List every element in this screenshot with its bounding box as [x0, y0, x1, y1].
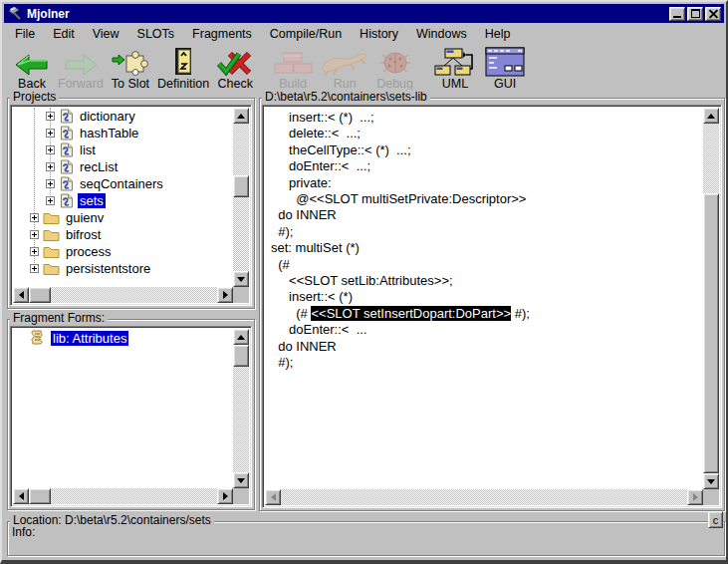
- gui-button[interactable]: GUI: [481, 45, 529, 91]
- scroll-right-button[interactable]: [217, 287, 233, 303]
- menu-edit[interactable]: Edit: [44, 25, 84, 43]
- fragment-forms-vertical-scrollbar[interactable]: [233, 329, 249, 488]
- fragment-forms-list[interactable]: lib: Attributes: [10, 326, 252, 507]
- tree-item-persistentstore[interactable]: persistentstore: [13, 260, 233, 277]
- scroll-right-button[interactable]: [687, 489, 703, 505]
- code-line[interactable]: do INNER: [271, 339, 703, 355]
- definition-button[interactable]: Definition: [153, 45, 213, 91]
- location-label: Location: D:\beta\r5.2\containers/sets: [10, 513, 214, 527]
- menu-help[interactable]: Help: [476, 25, 520, 43]
- scroll-up-button[interactable]: [703, 108, 719, 124]
- expand-icon[interactable]: [46, 162, 55, 171]
- tree-item-list[interactable]: list: [13, 141, 233, 158]
- uml-button[interactable]: UML: [429, 45, 481, 91]
- scroll-left-button[interactable]: [13, 287, 29, 303]
- menu-fragments[interactable]: Fragments: [183, 25, 261, 43]
- arrow-up-icon: [707, 110, 715, 119]
- code-line[interactable]: <<SLOT setLib:Attributes>>;: [271, 273, 703, 289]
- code-line[interactable]: #);: [271, 355, 703, 371]
- compile-c-button[interactable]: c: [708, 511, 723, 528]
- expand-icon[interactable]: [30, 230, 39, 239]
- code-line[interactable]: doEnter::< ...: [271, 322, 703, 338]
- expand-icon[interactable]: [30, 247, 39, 256]
- scroll-thumb[interactable]: [233, 175, 249, 197]
- uml-label: UML: [442, 78, 468, 91]
- toolbar: Back Forward To Slot: [4, 43, 724, 91]
- code-editor[interactable]: insert::< (*) ...; delete::< ...; theCel…: [262, 105, 722, 508]
- to-slot-button[interactable]: To Slot: [108, 45, 153, 91]
- tree-item-sets[interactable]: sets: [13, 192, 233, 209]
- code-line[interactable]: doEnter::< ...;: [271, 158, 703, 174]
- code-line-with-selection[interactable]: (# <<SLOT setInsertDopart:DoPart>> #);: [271, 306, 703, 322]
- close-button[interactable]: [705, 7, 721, 21]
- expand-icon[interactable]: [30, 213, 39, 222]
- menu-windows[interactable]: Windows: [407, 25, 476, 43]
- tree-item-seqcontainers[interactable]: seqContainers: [13, 175, 233, 192]
- scroll-up-button[interactable]: [233, 108, 249, 124]
- tree-item-label: bifrost: [64, 227, 103, 242]
- code-line[interactable]: insert::< (*): [271, 289, 703, 305]
- tree-item-bifrost[interactable]: bifrost: [13, 226, 233, 243]
- fragment-forms-horizontal-scrollbar[interactable]: [13, 488, 233, 504]
- code-content: insert::< (*) ...; delete::< ...; theCel…: [265, 108, 703, 489]
- maximize-button[interactable]: [687, 7, 703, 21]
- code-line[interactable]: delete::< ...;: [271, 126, 703, 141]
- back-button[interactable]: Back: [10, 45, 54, 91]
- expand-icon[interactable]: [30, 264, 39, 273]
- code-line[interactable]: do INNER: [271, 207, 703, 223]
- code-line[interactable]: @<<SLOT multiSetPrivate:Descriptor>>: [271, 191, 703, 207]
- scrollbar-corner: [233, 488, 249, 504]
- menu-history[interactable]: History: [351, 25, 407, 43]
- projects-tree[interactable]: dictionary hashTable list recList: [10, 105, 252, 306]
- fragment-form-item[interactable]: lib: Attributes: [13, 329, 233, 347]
- scroll-thumb[interactable]: [29, 488, 51, 504]
- editor-vertical-scrollbar[interactable]: [703, 108, 719, 489]
- tree-item-dictionary[interactable]: dictionary: [13, 108, 233, 125]
- tree-item-guienv[interactable]: guienv: [13, 209, 233, 226]
- build-button[interactable]: Build: [269, 45, 317, 91]
- fragment-file-icon: [59, 142, 74, 157]
- expand-icon[interactable]: [46, 129, 55, 138]
- minimize-button[interactable]: [669, 7, 685, 21]
- menu-slots[interactable]: SLOTs: [128, 25, 184, 43]
- menu-file[interactable]: File: [6, 25, 44, 43]
- scroll-thumb[interactable]: [703, 193, 719, 473]
- editor-horizontal-scrollbar[interactable]: [265, 489, 703, 505]
- tree-item-reclist[interactable]: recList: [13, 158, 233, 175]
- tree-item-process[interactable]: process: [13, 243, 233, 260]
- menu-bar: File Edit View SLOTs Fragments Compile/R…: [4, 24, 724, 43]
- tree-item-hashtable[interactable]: hashTable: [13, 125, 233, 141]
- scroll-up-button[interactable]: [233, 329, 249, 345]
- check-button[interactable]: Check: [213, 45, 257, 91]
- forward-button[interactable]: Forward: [54, 45, 108, 91]
- scroll-right-button[interactable]: [217, 488, 233, 504]
- projects-horizontal-scrollbar[interactable]: [13, 287, 233, 303]
- scroll-thumb[interactable]: [29, 287, 51, 303]
- code-line[interactable]: #);: [271, 224, 703, 240]
- selected-slot-text[interactable]: <<SLOT setInsertDopart:DoPart>>: [311, 306, 511, 321]
- title-bar[interactable]: Mjolner: [4, 4, 724, 23]
- code-line[interactable]: private:: [271, 175, 703, 191]
- scroll-down-button[interactable]: [233, 271, 249, 287]
- code-line[interactable]: insert::< (*) ...;: [271, 110, 703, 126]
- expand-icon[interactable]: [46, 179, 55, 188]
- scroll-left-button[interactable]: [13, 488, 29, 504]
- code-line[interactable]: set: multiSet (*): [271, 240, 703, 256]
- scroll-left-button[interactable]: [265, 489, 281, 505]
- run-button[interactable]: Run: [317, 45, 372, 91]
- projects-panel: Projects dictionary hashTable: [7, 98, 255, 309]
- menu-view[interactable]: View: [84, 25, 128, 43]
- expand-icon[interactable]: [46, 145, 55, 154]
- code-line[interactable]: theCellType::< (*) ...;: [271, 142, 703, 158]
- scroll-thumb[interactable]: [233, 345, 249, 367]
- folder-icon: [43, 228, 60, 241]
- expand-icon[interactable]: [46, 112, 55, 121]
- scroll-down-button[interactable]: [703, 473, 719, 489]
- code-text: (#: [271, 257, 290, 272]
- debug-button[interactable]: Debug: [372, 45, 417, 91]
- code-line[interactable]: (#: [271, 257, 703, 273]
- menu-compile-run[interactable]: Compile/Run: [261, 25, 351, 43]
- expand-icon[interactable]: [46, 196, 55, 205]
- projects-vertical-scrollbar[interactable]: [233, 108, 249, 287]
- scroll-down-button[interactable]: [233, 472, 249, 488]
